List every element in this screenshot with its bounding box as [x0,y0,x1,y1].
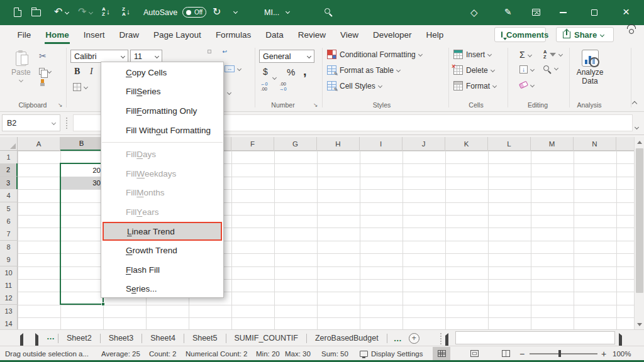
tab-formulas[interactable]: Formulas [208,25,258,44]
page-layout-view-button[interactable] [465,347,483,360]
sort-filter-button[interactable]: AZ [543,50,562,59]
tab-page-layout[interactable]: Page Layout [147,25,209,44]
insert-cells-button[interactable]: Insert [453,50,491,59]
paste-button[interactable]: Paste [11,52,31,82]
sheet-tab-sumif-countif[interactable]: SUMIF_COUNTIF [226,330,306,346]
currency-chevron[interactable] [273,70,276,82]
sort-descending-button[interactable]: ZA↓ [122,7,130,18]
conditional-formatting-button[interactable]: Conditional Formatting [327,50,422,59]
row-header-7[interactable]: 7 [0,228,18,241]
zoom-slider-thumb[interactable] [558,350,561,357]
status-sum[interactable]: Sum: 50 [321,346,348,361]
tab-insert[interactable]: Insert [76,25,112,44]
menu-item-fill-series[interactable]: Fill Series [101,82,223,102]
select-all-corner[interactable] [0,137,18,151]
menu-item-series[interactable]: Series... [101,280,223,299]
number-dialog-launcher[interactable]: ↘ [313,102,318,108]
font-family-combo[interactable]: Calibri [70,50,128,63]
ribbon-display-options-icon[interactable] [532,9,540,16]
clear-button[interactable] [519,82,534,87]
column-header-n[interactable]: N [574,137,616,151]
tab-home[interactable]: Home [38,25,77,44]
status-min[interactable]: Min: 20 [256,346,280,361]
italic-button[interactable]: I [90,67,93,77]
share-button[interactable]: Share [556,27,614,42]
redo-button[interactable]: ↷ [78,7,86,17]
zoom-in-button[interactable]: + [601,346,606,361]
font-size-combo[interactable]: 11 [130,50,162,63]
column-header-i[interactable]: I [360,137,402,151]
zoom-level[interactable]: 100% [613,346,631,361]
status-average[interactable]: Average: 25 [101,346,140,361]
clipboard-dialog-launcher[interactable]: ↘ [58,102,63,108]
borders-button[interactable] [73,83,87,91]
status-count[interactable]: Count: 2 [149,346,176,361]
fill-handle[interactable] [101,302,105,306]
column-header-k[interactable]: K [445,137,488,151]
new-file-icon[interactable] [14,8,21,17]
vertical-scrollbar[interactable] [634,137,644,329]
vertical-scroll-thumb[interactable] [636,148,643,293]
row-header-11[interactable]: 11 [0,279,18,292]
sheet-tab-sheet4[interactable]: Sheet4 [142,330,184,346]
row-header-8[interactable]: 8 [0,241,18,254]
sort-ascending-button[interactable]: AZ↓ [102,7,110,18]
undo-button[interactable]: ↶ [54,7,62,17]
column-header-m[interactable]: M [531,137,574,151]
menu-item-copy-cells[interactable]: Copy Cells [101,63,223,82]
sheet-overflow-left[interactable]: … [47,332,55,341]
menu-item-linear-trend[interactable]: Linear Trend [103,222,222,241]
sheet-overflow-right[interactable]: … [387,334,409,343]
premium-diamond-icon[interactable]: ◇ [470,8,478,17]
find-select-button[interactable] [543,65,558,71]
percent-style-button[interactable]: % [287,67,295,77]
refresh-icon[interactable]: ↻ [213,7,221,17]
comments-button[interactable]: Comments [494,27,546,42]
autosave-toggle[interactable]: Off [182,7,206,18]
maximize-button[interactable] [591,9,597,16]
increase-decimal-button[interactable]: ←0.00 [260,82,268,92]
undo-dropdown-chevron[interactable] [65,11,69,14]
close-button[interactable]: × [623,6,630,18]
tab-developer[interactable]: Developer [365,25,419,44]
column-header-l[interactable]: L [488,137,531,151]
redo-dropdown-chevron[interactable] [89,11,92,14]
tab-review[interactable]: Review [291,25,333,44]
search-icon[interactable] [325,8,330,14]
column-header-g[interactable]: G [274,137,317,151]
name-box[interactable]: B2 [2,114,60,131]
tab-view[interactable]: View [333,25,365,44]
decrease-decimal-button[interactable]: .00→0 [279,82,287,92]
zoom-slider-track[interactable] [530,353,597,354]
column-header-j[interactable]: J [402,137,445,151]
normal-view-button[interactable] [433,347,450,360]
status-max[interactable]: Max: 30 [285,346,311,361]
number-format-combo[interactable]: General [259,50,314,63]
row-header-10[interactable]: 10 [0,266,18,280]
sheet-tab-sheet3[interactable]: Sheet3 [101,330,142,346]
menu-item-fill-formatting-only[interactable]: Fill Formatting Only [101,101,223,121]
row-header-13[interactable]: 13 [0,305,18,318]
merge-center-button[interactable]: ↔ [225,65,241,72]
cut-icon[interactable]: ✂ [39,52,47,60]
row-header-6[interactable]: 6 [0,215,18,228]
open-file-icon[interactable] [31,8,41,16]
quick-access-toolbar-chevron[interactable] [234,10,237,13]
worksheet-grid[interactable]: A B C D E F G H I J K L M N 1 2 3 4 5 6 … [0,137,634,329]
horizontal-scrollbar[interactable] [455,331,615,344]
menu-item-fill-without-formatting[interactable]: Fill Without Formatting [101,121,223,140]
currency-format-button[interactable]: $ [263,67,268,77]
bold-button[interactable]: B [74,67,80,77]
scroll-down-button[interactable] [635,319,644,329]
comma-style-button[interactable]: , [303,64,307,79]
row-header-3[interactable]: 3 [0,177,18,190]
display-settings-button[interactable]: Display Settings [360,346,423,361]
delete-cells-button[interactable]: Delete [453,65,494,75]
row-header-14[interactable]: 14 [0,317,18,329]
scroll-up-button[interactable] [635,137,644,147]
collapse-ribbon-chevron[interactable] [633,97,636,108]
row-header-1[interactable]: 1 [0,151,18,164]
page-break-view-button[interactable] [497,347,514,360]
row-header-5[interactable]: 5 [0,202,18,216]
row-header-9[interactable]: 9 [0,253,18,266]
